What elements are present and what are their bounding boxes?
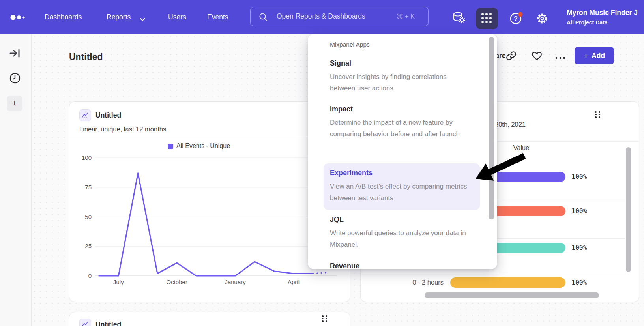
apps-menu-header: Mixpanel Apps [330,41,370,48]
svg-text:75: 75 [85,184,92,191]
svg-text:?: ? [514,15,518,22]
menu-item-impact[interactable]: Impact [330,105,353,113]
row-value: 100% [571,207,587,215]
menu-item-experiments[interactable]: Experiments [330,169,373,177]
plus-icon: + [584,52,588,60]
search-input[interactable]: Open Reports & Dashboards ⌘ + K [250,7,429,26]
menu-item-revenue[interactable]: Revenue [330,262,359,269]
x-axis-tick: October [165,279,189,285]
page-title: Untitled [69,52,103,62]
favorite-heart-icon[interactable] [531,50,543,63]
legend-swatch [168,144,173,149]
chart-card-title[interactable]: Untitled [95,111,121,120]
svg-text:0: 0 [88,272,92,279]
drag-handle-icon[interactable] [595,111,600,118]
user-project: All Project Data [567,19,607,26]
table-vertical-scrollbar[interactable] [626,147,631,272]
recent-clock-icon[interactable] [9,72,21,86]
menu-item-experiments-desc: View an A/B test's effect by comparing m… [330,181,470,204]
bottom-chart-card: Untitled [69,312,350,326]
nav-users[interactable]: Users [168,0,186,34]
x-axis-tick: April [282,279,305,285]
top-nav: Dashboards Reports Users Events Open Rep… [0,0,644,34]
row-value: 100% [571,279,587,286]
nav-events[interactable]: Events [207,0,228,34]
svg-text:25: 25 [85,243,92,249]
annotation-arrow [454,150,533,193]
x-axis-tick: July [107,279,130,285]
table-card-date: 30th, 2021 [495,121,526,128]
x-axis-labels: JulyOctoberJanuaryApril [69,279,351,287]
chevron-down-icon [140,16,145,23]
table-horizontal-scrollbar[interactable] [425,292,599,298]
line-chart-type-icon [79,109,91,121]
help-icon[interactable]: ? [510,12,524,27]
menu-item-impact-desc: Determine the impact of a new feature by… [330,117,470,140]
menu-item-signal[interactable]: Signal [330,59,351,67]
svg-text:50: 50 [85,214,92,220]
expand-sidebar-icon[interactable] [9,47,21,61]
app-root: Dashboards Reports Users Events Open Rep… [0,0,644,326]
settings-gear-icon[interactable] [536,12,549,26]
search-icon [258,12,268,23]
notification-dot [518,12,523,17]
nav-dashboards[interactable]: Dashboards [45,0,82,34]
bottom-card-title[interactable]: Untitled [95,320,121,326]
menu-item-signal-desc: Uncover insights by finding correlations… [330,71,470,94]
svg-text:100: 100 [82,154,92,161]
nav-reports[interactable]: Reports [107,0,131,34]
left-sidebar: + [0,34,32,326]
data-management-icon[interactable] [452,11,466,26]
chart-card-subtitle: Linear, unique, last 12 months [79,126,166,133]
line-chart-type-icon [79,319,91,326]
user-name[interactable]: Myron Music Finder J [567,9,644,17]
x-axis-tick: January [223,279,247,285]
row-value: 100% [571,244,587,251]
row-label: 0 - 2 hours [384,279,444,286]
legend-label[interactable]: All Events - Unique [176,142,230,150]
add-button[interactable]: + Add [575,47,614,64]
search-placeholder: Open Reports & Dashboards [277,7,365,26]
row-value: 100% [571,173,587,180]
add-board-button[interactable]: + [7,96,22,111]
value-bar[interactable] [450,277,565,288]
mixpanel-logo-icon[interactable] [10,15,28,20]
copy-link-icon[interactable] [506,51,517,63]
more-options-icon[interactable] [555,54,567,61]
apps-grid-icon [480,12,494,25]
drag-handle-icon[interactable] [322,315,327,322]
menu-item-jql[interactable]: JQL [330,215,344,224]
menu-item-jql-desc: Write powerful queries to analyze your d… [330,227,470,250]
search-shortcut: ⌘ + K [397,7,415,26]
apps-grid-button[interactable] [476,8,498,29]
